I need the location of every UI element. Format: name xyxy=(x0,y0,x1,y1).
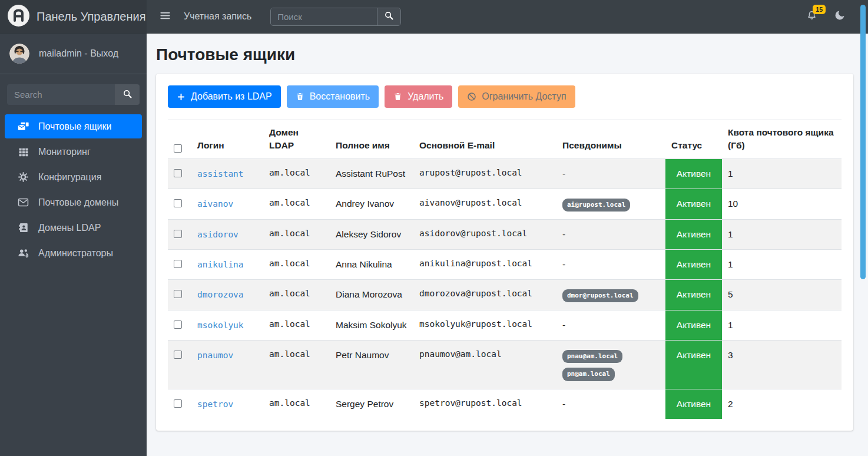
primary-email: asidorov@rupost.local xyxy=(413,220,556,250)
mailbox-login-link[interactable]: spetrov xyxy=(197,399,233,409)
navbar-search xyxy=(270,8,401,26)
sidebar-item-configuration[interactable]: Конфигурация xyxy=(5,165,142,189)
sidebar-item-label: Почтовые ящики xyxy=(38,121,111,132)
table-header-row: ЛогинДомен LDAPПолное имяОсновной E-mail… xyxy=(168,120,842,159)
ldap-domain: am.local xyxy=(263,340,330,389)
account-link[interactable]: Учетная запись xyxy=(184,11,251,22)
full-name: Petr Naumov xyxy=(330,340,413,389)
brand-link[interactable]: Панель Управления xyxy=(0,0,147,33)
search-icon xyxy=(123,90,132,100)
avatar[interactable] xyxy=(9,44,29,64)
user-panel: mailadmin - Выход xyxy=(0,34,147,74)
row-checkbox[interactable] xyxy=(174,399,182,408)
column-header-login: Логин xyxy=(191,120,263,159)
sidebar-toggle-button[interactable] xyxy=(155,5,175,28)
sidebar-item-administrators[interactable]: Администраторы xyxy=(5,241,142,265)
no-alias-dash: - xyxy=(562,320,565,330)
column-header-quota: Квота почтового ящика (Гб) xyxy=(722,120,842,159)
status-badge: Активен xyxy=(665,310,722,341)
primary-email: spetrov@rupost.local xyxy=(413,389,556,418)
grid-icon xyxy=(16,147,31,157)
button-label: Удалить xyxy=(408,91,443,102)
alias-badge: ai@rupost.local xyxy=(562,199,630,212)
mailbox-login-link[interactable]: dmorozova xyxy=(197,290,244,299)
users-gear-icon xyxy=(16,247,31,259)
mailbox-login-link[interactable]: aivanov xyxy=(197,199,233,209)
sidebar-item-label: Администраторы xyxy=(38,248,113,259)
ldap-domain: am.local xyxy=(263,310,330,341)
status-badge: Активен xyxy=(665,279,722,310)
user-logout-link[interactable]: mailadmin - Выход xyxy=(39,48,118,59)
sidebar-item-mailboxes[interactable]: Почтовые ящики xyxy=(5,114,142,138)
sidebar-item-ldap-domains[interactable]: Домены LDAP xyxy=(5,216,142,240)
column-header-status: Статус xyxy=(665,120,722,159)
moon-icon xyxy=(834,9,846,24)
ldap-domain: am.local xyxy=(263,249,330,279)
add-from-ldap-button[interactable]: Добавить из LDAP xyxy=(168,85,281,108)
full-name: Diana Morozova xyxy=(330,279,413,310)
sidebar: mailadmin - Выход Почтовые ящикиМонитори… xyxy=(0,34,147,456)
aliases-cell: - xyxy=(556,389,665,418)
aliases-cell: pnau@am.localpn@am.local xyxy=(556,340,665,389)
table-row: anikulinaam.localAnna Nikulinaanikulina@… xyxy=(168,249,842,279)
search-icon xyxy=(385,11,393,22)
no-alias-dash: - xyxy=(562,259,565,269)
ldap-domain: am.local xyxy=(263,158,330,189)
row-checkbox[interactable] xyxy=(174,351,182,359)
mailbox-login-link[interactable]: asidorov xyxy=(197,230,238,239)
no-alias-dash: - xyxy=(562,229,565,239)
page-title: Почтовые ящики xyxy=(156,45,853,64)
status-badge: Активен xyxy=(665,389,722,418)
sidebar-search-input[interactable] xyxy=(7,84,115,105)
row-checkbox[interactable] xyxy=(174,230,182,238)
mailbox-login-link[interactable]: msokolyuk xyxy=(197,320,244,330)
sidebar-item-monitoring[interactable]: Мониторинг xyxy=(5,140,142,164)
sidebar-item-label: Почтовые домены xyxy=(38,197,118,208)
sidebar-item-mail-domains[interactable]: Почтовые домены xyxy=(5,190,142,214)
mailbox-login-link[interactable]: anikulina xyxy=(197,260,244,269)
primary-email: dmorozova@rupost.local xyxy=(413,279,556,310)
quota-value: 5 xyxy=(722,279,842,310)
row-checkbox[interactable] xyxy=(174,290,182,298)
table-row: pnaumovam.localPetr Naumovpnaumov@am.loc… xyxy=(168,340,842,389)
table-row: asidorovam.localAleksey Sidorovasidorov@… xyxy=(168,220,842,250)
mailboxes-card: Добавить из LDAPВосстановитьУдалитьОгран… xyxy=(156,74,853,431)
status-badge: Активен xyxy=(665,249,722,279)
sidebar-item-label: Домены LDAP xyxy=(38,223,101,233)
aliases-cell: - xyxy=(556,310,665,341)
restore-button[interactable]: Восстановить xyxy=(287,85,379,108)
column-header-name: Полное имя xyxy=(330,120,413,159)
ldap-domain: am.local xyxy=(263,189,330,220)
aliases-cell: - xyxy=(556,249,665,279)
page-scrollbar-thumb[interactable] xyxy=(860,5,866,279)
ldap-domain: am.local xyxy=(263,220,330,250)
quota-value: 10 xyxy=(722,189,842,220)
status-badge: Активен xyxy=(665,189,722,220)
restrict-access-button[interactable]: Ограничить Доступ xyxy=(458,85,575,108)
table-row: dmorozovaam.localDiana Morozovadmorozova… xyxy=(168,279,842,310)
notifications-button[interactable]: 15 xyxy=(806,9,817,24)
delete-button[interactable]: Удалить xyxy=(385,85,452,108)
aliases-cell: ai@rupost.local xyxy=(556,189,665,220)
row-checkbox[interactable] xyxy=(174,169,182,177)
quota-value: 1 xyxy=(722,158,842,189)
select-all-checkbox[interactable] xyxy=(174,144,182,153)
row-checkbox[interactable] xyxy=(174,199,182,207)
row-checkbox[interactable] xyxy=(174,260,182,268)
full-name: Aleksey Sidorov xyxy=(330,220,413,250)
ban-icon xyxy=(467,92,476,101)
dark-mode-toggle[interactable] xyxy=(834,9,846,24)
sidebar-item-label: Конфигурация xyxy=(38,172,101,183)
envelope-icon xyxy=(16,197,31,208)
mailbox-login-link[interactable]: pnaumov xyxy=(197,351,233,360)
main-content: Почтовые ящики Добавить из LDAPВосстанов… xyxy=(147,0,868,431)
sidebar-search-button[interactable] xyxy=(115,84,140,105)
navbar-search-button[interactable] xyxy=(377,8,400,25)
table-row: aivanovam.localAndrey Ivanovaivanov@rupo… xyxy=(168,189,842,220)
toolbar: Добавить из LDAPВосстановитьУдалитьОгран… xyxy=(168,85,842,108)
row-checkbox[interactable] xyxy=(174,320,182,329)
full-name: Anna Nikulina xyxy=(330,249,413,279)
ldap-domain: am.local xyxy=(263,279,330,310)
mailbox-login-link[interactable]: assistant xyxy=(197,169,244,179)
navbar-search-input[interactable] xyxy=(271,8,377,25)
